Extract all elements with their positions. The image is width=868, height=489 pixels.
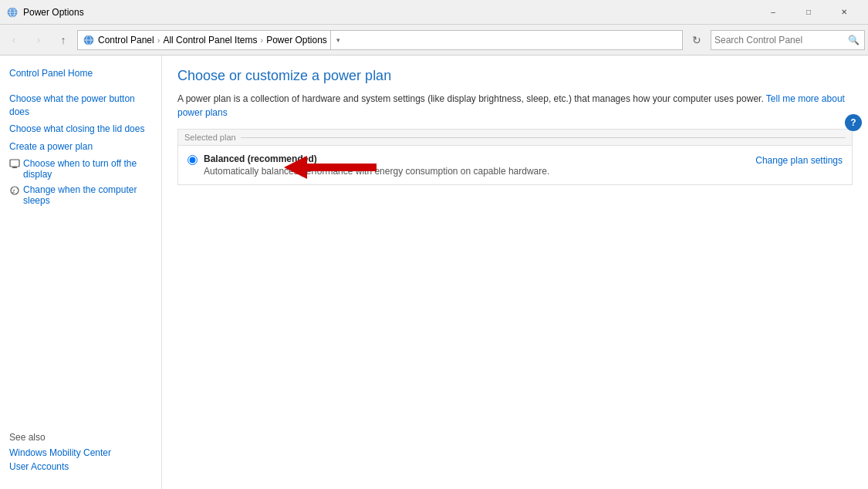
address-dropdown-button[interactable]: ▾ — [330, 30, 346, 50]
description-text: A power plan is a collection of hardware… — [177, 93, 766, 104]
page-title: Choose or customize a power plan — [177, 68, 853, 84]
forward-button[interactable]: › — [28, 29, 49, 51]
change-plan-settings-link[interactable]: Change plan settings — [755, 155, 843, 166]
search-button[interactable]: 🔍 — [846, 32, 861, 48]
close-button[interactable]: ✕ — [826, 0, 862, 25]
main-layout: Control Panel Home Choose what the power… — [0, 56, 868, 489]
maximize-button[interactable]: □ — [791, 0, 826, 25]
search-box: 🔍 — [711, 30, 865, 50]
sidebar-closing-lid[interactable]: Choose what closing the lid does — [0, 120, 161, 138]
balanced-plan-radio[interactable] — [187, 155, 198, 165]
address-bar: ‹ › ↑ Control Panel › All Control Panel … — [0, 25, 868, 56]
plan-radio-area: Balanced (recommended) Automatically bal… — [187, 153, 755, 177]
back-button[interactable]: ‹ — [3, 29, 25, 51]
search-input[interactable] — [714, 35, 846, 46]
sidebar-computer-sleeps[interactable]: z Change when the computer sleeps — [0, 182, 161, 208]
content-area: Choose or customize a power plan A power… — [162, 56, 868, 489]
see-also-user-accounts[interactable]: User Accounts — [9, 460, 152, 474]
svg-text:z: z — [12, 188, 15, 194]
window-title: Power Options — [23, 7, 755, 18]
window-controls: – □ ✕ — [755, 0, 862, 25]
up-button[interactable]: ↑ — [52, 29, 74, 51]
address-path: Control Panel › All Control Panel Items … — [77, 30, 683, 50]
see-also-mobility-center[interactable]: Windows Mobility Center — [9, 446, 152, 460]
sleep-icon: z — [9, 185, 20, 196]
plans-header-divider — [241, 137, 846, 138]
monitor-icon — [9, 159, 20, 170]
title-bar: Power Options – □ ✕ — [0, 0, 868, 25]
red-arrow-annotation — [284, 152, 377, 185]
sidebar-control-panel-home[interactable]: Control Panel Home — [0, 65, 161, 83]
plans-section: Selected plan Balanced (recommended) Aut… — [177, 129, 853, 185]
svg-marker-13 — [284, 156, 377, 179]
breadcrumb-power-options: Power Options — [266, 35, 327, 46]
sidebar-power-button[interactable]: Choose what the power button does — [0, 90, 161, 121]
window-icon — [6, 6, 19, 19]
breadcrumb-sep-1: › — [157, 35, 160, 45]
breadcrumb-all-items[interactable]: All Control Panel Items — [163, 35, 257, 46]
plans-header: Selected plan — [177, 129, 853, 146]
plans-header-text: Selected plan — [184, 133, 236, 142]
sidebar-turn-off-display[interactable]: Choose when to turn off the display — [0, 156, 161, 182]
balanced-plan-row: Balanced (recommended) Automatically bal… — [177, 146, 853, 185]
svg-rect-8 — [10, 160, 19, 167]
sidebar: Control Panel Home Choose what the power… — [0, 56, 162, 489]
svg-rect-9 — [12, 167, 17, 168]
see-also-title: See also — [9, 432, 152, 443]
help-button[interactable]: ? — [845, 114, 862, 131]
content-description: A power plan is a collection of hardware… — [177, 92, 853, 120]
breadcrumb-control-panel[interactable]: Control Panel — [98, 35, 154, 46]
globe-icon — [83, 34, 95, 46]
sidebar-create-plan[interactable]: Create a power plan — [0, 138, 161, 156]
refresh-button[interactable]: ↻ — [686, 29, 708, 51]
breadcrumb-sep-2: › — [260, 35, 263, 45]
minimize-button[interactable]: – — [755, 0, 791, 25]
see-also-section: See also Windows Mobility Center User Ac… — [0, 426, 161, 480]
